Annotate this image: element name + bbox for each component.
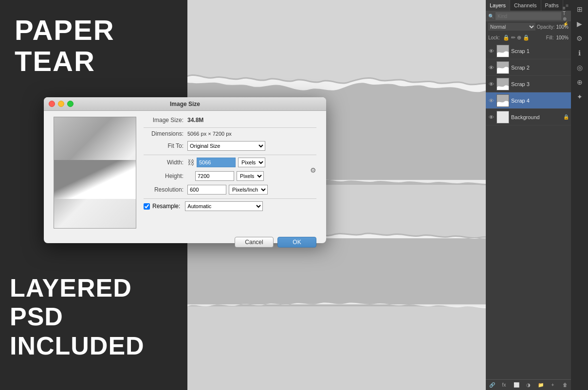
height-unit-select[interactable]: Pixels	[237, 171, 264, 181]
layer-row-scrap4[interactable]: 👁 Scrap 4	[486, 92, 571, 109]
width-input[interactable]	[197, 158, 236, 167]
layer-row-scrap2[interactable]: 👁 Scrap 2	[486, 59, 571, 76]
resample-label: Resample:	[152, 203, 180, 210]
layers-tabs: Layers Channels Paths ≡	[486, 0, 571, 11]
layer-mask-button[interactable]: ⬜	[512, 381, 521, 390]
layer-adjustment-button[interactable]: ◑	[524, 381, 533, 390]
layers-blend-row: Normal Opacity: 100%	[486, 21, 571, 32]
fit-to-label: Fit To:	[144, 142, 187, 149]
chain-icon: ⛓	[187, 159, 194, 166]
title-text: PAPER TEAR	[15, 15, 115, 77]
layer-name-scrap3: Scrap 3	[511, 81, 569, 87]
resolution-row: Resolution: Pixels/Inch	[144, 185, 316, 195]
fill-label: Fill:	[546, 35, 554, 40]
layer-row-scrap1[interactable]: 👁 Scrap 1	[486, 43, 571, 59]
resolution-label: Resolution:	[144, 186, 187, 193]
layer-visibility-scrap3[interactable]: 👁	[488, 81, 495, 88]
dialog-buttons: Cancel OK	[44, 234, 326, 253]
dimensions-label: Dimensions:	[144, 130, 187, 137]
height-label: Height:	[144, 173, 187, 179]
image-size-row: Image Size: 34.8M ⚙	[144, 117, 316, 124]
height-input[interactable]	[195, 171, 234, 181]
dialog-maximize-button[interactable]	[67, 101, 74, 107]
layer-row-scrap3[interactable]: 👁 Scrap 3	[486, 76, 571, 92]
tab-channels[interactable]: Channels	[510, 0, 541, 11]
cancel-button[interactable]: Cancel	[235, 237, 274, 248]
layer-visibility-scrap1[interactable]: 👁	[488, 48, 495, 54]
layer-fx-button[interactable]: fx	[500, 381, 509, 390]
layer-lock-icon-background: 🔒	[563, 114, 569, 120]
layer-folder-button[interactable]: 📁	[536, 381, 545, 390]
layers-footer: 🔗 fx ⬜ ◑ 📁 + 🗑	[486, 379, 571, 390]
ps-icon-settings[interactable]: ⚙	[573, 32, 587, 45]
layer-visibility-scrap4[interactable]: 👁	[488, 97, 495, 104]
dialog-form: Image Size: 34.8M ⚙ Dimensions: 5066 px …	[144, 117, 316, 229]
layers-panel-wrapper: Layers Channels Paths ≡ 🔍 ≡ T ⊕ ⚡ Normal…	[486, 0, 571, 390]
svg-rect-8	[497, 111, 509, 124]
lock-icons: 🔒 ✏ ⊕ 🔒	[503, 35, 530, 41]
ps-icon-grid[interactable]: ⊞	[573, 2, 587, 16]
dialog-close-button[interactable]	[49, 101, 55, 107]
preview-tear	[54, 160, 136, 199]
layers-fill-row: Lock: 🔒 ✏ ⊕ 🔒 Fill: 100%	[486, 32, 571, 43]
search-filter-icons: ≡ T ⊕ ⚡	[563, 5, 569, 27]
image-size-dialog: Image Size Image Size: 34.8M ⚙ Dimension…	[44, 97, 326, 243]
width-label: Width:	[144, 159, 187, 166]
height-row: Height: Pixels	[144, 171, 316, 181]
opacity-value[interactable]: 100%	[556, 24, 569, 30]
layer-row-background[interactable]: 👁 Background 🔒	[486, 109, 571, 125]
dimensions-row: Dimensions: 5066 px × 7200 px	[144, 130, 316, 137]
dialog-preview	[54, 117, 136, 229]
settings-gear-icon[interactable]: ⚙	[310, 166, 316, 174]
title-line2: TEAR	[15, 46, 115, 77]
title-line1: PAPER	[15, 15, 115, 46]
dialog-minimize-button[interactable]	[58, 101, 64, 107]
ps-icon-circle[interactable]: ◎	[573, 61, 587, 74]
fit-to-select[interactable]: Original Size	[187, 141, 265, 151]
fill-value[interactable]: 100%	[556, 35, 569, 40]
layer-thumb-scrap4	[496, 94, 509, 107]
tab-layers[interactable]: Layers	[486, 0, 510, 11]
resolution-input[interactable]	[187, 185, 226, 195]
layer-delete-button[interactable]: 🗑	[561, 381, 570, 390]
image-size-label: Image Size:	[144, 117, 187, 124]
width-unit-select[interactable]: Pixels	[238, 158, 265, 167]
subtitle-text: LAYERED PSD INCLUDED	[10, 274, 145, 361]
fit-to-row: Fit To: Original Size	[144, 141, 316, 151]
layers-search-bar: 🔍 ≡ T ⊕ ⚡	[486, 11, 571, 21]
resolution-unit-select[interactable]: Pixels/Inch	[229, 185, 268, 195]
dimensions-value: 5066 px × 7200 px	[187, 131, 232, 137]
layers-search-input[interactable]	[496, 12, 561, 20]
layer-thumb-scrap3	[496, 78, 509, 90]
ps-icon-star[interactable]: ✦	[573, 90, 587, 104]
ps-right-toolbar: ⊞ ▶ ⚙ ℹ ◎ ⊕ ✦	[571, 0, 588, 390]
layer-visibility-background[interactable]: 👁	[488, 114, 495, 121]
subtitle-line2: PSD	[10, 302, 145, 332]
dialog-body: Image Size: 34.8M ⚙ Dimensions: 5066 px …	[44, 111, 326, 234]
ok-button[interactable]: OK	[277, 237, 316, 248]
blend-mode-select[interactable]: Normal	[488, 23, 535, 31]
image-size-value: 34.8M	[187, 117, 203, 124]
layer-link-button[interactable]: 🔗	[488, 381, 496, 390]
layer-name-scrap1: Scrap 1	[511, 48, 569, 54]
layer-name-scrap2: Scrap 2	[511, 65, 569, 71]
dialog-title: Image Size	[170, 101, 200, 107]
layers-list: 👁 Scrap 1 👁 Scrap 2 👁 Scrap 3 👁	[486, 43, 571, 125]
layer-thumb-scrap1	[496, 45, 509, 57]
ps-icon-info[interactable]: ℹ	[573, 46, 587, 60]
resample-select[interactable]: Automatic	[185, 201, 263, 211]
resample-checkbox[interactable]	[144, 203, 150, 210]
layer-name-scrap4: Scrap 4	[511, 98, 569, 104]
resample-row: Resample: Automatic	[144, 201, 316, 211]
ps-icon-play[interactable]: ▶	[573, 17, 587, 31]
layer-thumb-background	[496, 111, 509, 124]
subtitle-line3: INCLUDED	[10, 332, 145, 361]
lock-label: Lock:	[488, 35, 500, 40]
layer-name-background: Background	[511, 114, 561, 120]
dialog-titlebar: Image Size	[44, 97, 326, 111]
tab-paths[interactable]: Paths	[541, 0, 563, 11]
layer-visibility-scrap2[interactable]: 👁	[488, 64, 495, 71]
layer-new-button[interactable]: +	[549, 381, 557, 390]
ps-icon-add[interactable]: ⊕	[573, 75, 587, 89]
search-icon: 🔍	[488, 14, 494, 19]
